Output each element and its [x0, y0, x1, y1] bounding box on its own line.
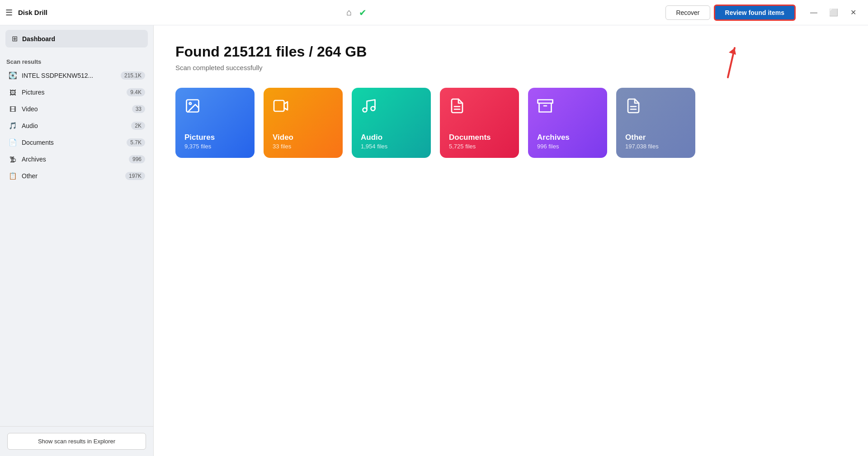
sidebar-item-audio[interactable]: 🎵 Audio 2K — [2, 118, 151, 134]
video-card-icon — [273, 98, 334, 118]
pictures-icon: 🖼 — [8, 89, 17, 96]
intel-icon: 💽 — [8, 71, 17, 80]
svg-rect-4 — [274, 100, 284, 111]
documents-icon: 📄 — [8, 138, 17, 147]
archives-card-name: Archives — [537, 133, 598, 142]
other-card-count: 197,038 files — [625, 143, 686, 150]
card-documents[interactable]: Documents 5,725 files — [440, 88, 519, 158]
audio-card-count: 1,954 files — [361, 143, 422, 150]
sidebar-label-audio: Audio — [22, 122, 127, 129]
scan-results-label: Scan results — [0, 55, 153, 67]
sidebar-label-intel: INTEL SSDPEKNW512... — [22, 72, 116, 79]
card-archives[interactable]: Archives 996 files — [528, 88, 607, 158]
sidebar-count-intel: 215.1K — [121, 71, 145, 80]
recover-button[interactable]: Recover — [665, 5, 710, 20]
close-button[interactable]: ✕ — [844, 4, 863, 22]
documents-card-count: 5,725 files — [449, 143, 510, 150]
titlebar-right: Recover Review found items — ⬜ ✕ — [665, 4, 863, 22]
video-card-name: Video — [273, 133, 334, 142]
hamburger-icon[interactable]: ☰ — [5, 8, 13, 18]
sidebar-footer: Show scan results in Explorer — [0, 426, 153, 456]
card-other[interactable]: Other 197,038 files — [616, 88, 695, 158]
scan-status: Scan completed successfully — [175, 64, 846, 71]
titlebar-left: ☰ Disk Drill — [5, 8, 47, 18]
check-icon[interactable]: ✔ — [359, 7, 367, 18]
found-title: Found 215121 files / 264 GB — [175, 43, 846, 60]
sidebar-count-other: 197K — [125, 172, 145, 180]
svg-point-7 — [371, 107, 375, 111]
audio-card-name: Audio — [361, 133, 422, 142]
other-card-icon — [625, 98, 686, 118]
show-explorer-button[interactable]: Show scan results in Explorer — [7, 433, 146, 450]
sidebar-items-container: 💽 INTEL SSDPEKNW512... 215.1K 🖼 Pictures… — [0, 67, 153, 185]
svg-marker-5 — [284, 102, 288, 110]
titlebar: ☰ Disk Drill ⌂ ✔ Recover Review found it… — [0, 0, 868, 25]
dashboard-label: Dashboard — [22, 35, 55, 43]
sidebar-label-video: Video — [22, 105, 127, 113]
sidebar-label-other: Other — [22, 172, 121, 180]
app-title: Disk Drill — [18, 9, 47, 16]
video-card-count: 33 files — [273, 143, 334, 150]
app-body: ⊞ Dashboard Scan results 💽 INTEL SSDPEKN… — [0, 25, 868, 456]
sidebar-nav: ⊞ Dashboard — [0, 25, 153, 55]
video-icon: 🎞 — [8, 105, 17, 113]
archives-card-icon — [537, 98, 598, 118]
card-video[interactable]: Video 33 files — [264, 88, 343, 158]
window-controls: — ⬜ ✕ — [805, 4, 863, 22]
other-icon: 📋 — [8, 172, 17, 180]
sidebar-count-audio: 2K — [131, 122, 145, 130]
svg-point-3 — [189, 103, 192, 105]
maximize-button[interactable]: ⬜ — [825, 4, 843, 22]
svg-point-6 — [363, 108, 367, 112]
pictures-card-name: Pictures — [184, 133, 245, 142]
sidebar-item-intel[interactable]: 💽 INTEL SSDPEKNW512... 215.1K — [2, 67, 151, 84]
sidebar-label-pictures: Pictures — [22, 89, 122, 96]
sidebar-count-pictures: 9.4K — [127, 88, 145, 96]
review-found-items-button[interactable]: Review found items — [714, 5, 796, 21]
pictures-card-icon — [184, 98, 245, 118]
sidebar-count-archives: 996 — [129, 155, 145, 163]
sidebar-item-pictures[interactable]: 🖼 Pictures 9.4K — [2, 84, 151, 100]
category-cards: Pictures 9,375 files Video 33 files Audi… — [175, 88, 846, 158]
sidebar-item-archives[interactable]: 🗜 Archives 996 — [2, 151, 151, 167]
card-audio[interactable]: Audio 1,954 files — [352, 88, 431, 158]
sidebar-dashboard[interactable]: ⊞ Dashboard — [5, 30, 148, 48]
sidebar: ⊞ Dashboard Scan results 💽 INTEL SSDPEKN… — [0, 25, 154, 456]
audio-card-icon — [361, 98, 422, 118]
documents-card-name: Documents — [449, 133, 510, 142]
grid-icon: ⊞ — [12, 34, 18, 43]
sidebar-label-documents: Documents — [22, 139, 122, 146]
sidebar-item-other[interactable]: 📋 Other 197K — [2, 168, 151, 184]
card-pictures[interactable]: Pictures 9,375 files — [175, 88, 255, 158]
audio-icon: 🎵 — [8, 122, 17, 130]
sidebar-item-video[interactable]: 🎞 Video 33 — [2, 101, 151, 117]
pictures-card-count: 9,375 files — [184, 143, 245, 150]
main-content: Found 215121 files / 264 GB Scan complet… — [154, 25, 868, 456]
home-icon[interactable]: ⌂ — [346, 7, 352, 18]
sidebar-item-documents[interactable]: 📄 Documents 5.7K — [2, 134, 151, 151]
sidebar-count-video: 33 — [132, 105, 145, 113]
documents-card-icon — [449, 98, 510, 118]
archives-card-count: 996 files — [537, 143, 598, 150]
sidebar-label-archives: Archives — [22, 156, 124, 163]
titlebar-center: ⌂ ✔ — [346, 7, 367, 18]
sidebar-count-documents: 5.7K — [127, 138, 145, 147]
archives-icon: 🗜 — [8, 156, 17, 163]
minimize-button[interactable]: — — [805, 4, 823, 22]
other-card-name: Other — [625, 133, 686, 142]
svg-rect-10 — [538, 100, 553, 104]
